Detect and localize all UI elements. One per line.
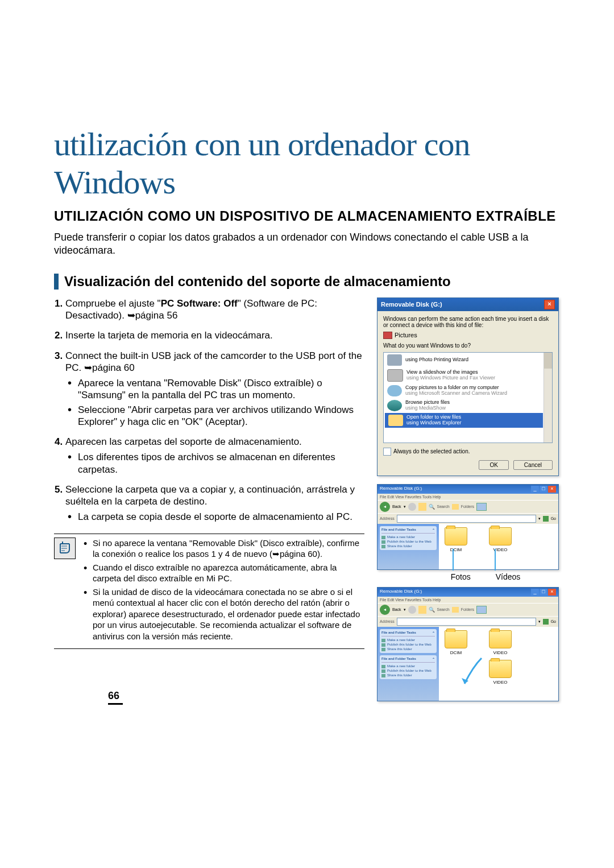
task-new-folder[interactable]: Make a new folder	[381, 535, 435, 539]
action-browse[interactable]: Browse picture filesusing MediaShow	[384, 398, 552, 413]
dcim-folder[interactable]: DCIM	[442, 527, 470, 566]
dcim-label: DCIM	[450, 547, 462, 552]
explorer-content: DCIM VIDEO VIDEO	[439, 627, 558, 701]
folder-icon	[489, 630, 512, 648]
folders-icon[interactable]	[452, 504, 459, 510]
search-label: Search	[437, 607, 450, 611]
folder-icon	[489, 660, 512, 678]
maximize-icon[interactable]: □	[540, 589, 547, 596]
panel-collapse-icon[interactable]: ⌃	[432, 657, 435, 661]
task-share-2[interactable]: Share this folder	[381, 673, 435, 677]
action-slideshow-sub: using Windows Picture and Fax Viewer	[406, 375, 495, 381]
close-icon[interactable]: ×	[548, 486, 556, 493]
views-icon[interactable]	[476, 606, 487, 614]
maximize-icon[interactable]: □	[540, 486, 547, 493]
forward-icon[interactable]	[408, 503, 416, 511]
video-label: VIDEO	[493, 650, 508, 655]
callout-videos: Vídeos	[496, 572, 521, 581]
intro-paragraph: Puede transferir o copiar los datos grab…	[54, 231, 560, 258]
video-folder[interactable]: VIDEO	[487, 527, 514, 566]
page-title: utilización con un ordenador con Windows	[54, 125, 560, 201]
explorer1-title: Removable Disk (G:)	[380, 486, 422, 493]
go-icon[interactable]	[543, 516, 549, 522]
address-bar[interactable]	[397, 515, 536, 523]
search-icon[interactable]: 🔍	[429, 504, 435, 510]
go-icon[interactable]	[543, 619, 549, 625]
instructions-column: Compruebe el ajuste "PC Software: Off" (…	[54, 297, 364, 701]
task-publish[interactable]: Publish this folder to the Web	[381, 539, 435, 544]
action-copy[interactable]: Copy pictures to a folder on my computer…	[384, 383, 552, 398]
panel-collapse-icon[interactable]: ⌃	[432, 528, 435, 532]
always-checkbox[interactable]	[383, 448, 391, 456]
explorer2-title: Removable Disk (G:)	[380, 589, 422, 596]
folders-label: Folders	[461, 607, 474, 611]
cancel-button[interactable]: Cancel	[513, 460, 553, 470]
task-share[interactable]: Share this folder	[381, 647, 435, 651]
back-icon[interactable]: ◄	[380, 605, 390, 615]
step-3: Connect the built-in USB jack of the cam…	[65, 350, 364, 428]
search-icon[interactable]: 🔍	[429, 607, 435, 613]
panel-heading: File and Folder Tasks	[381, 631, 416, 635]
up-icon[interactable]	[418, 606, 426, 614]
folders-icon[interactable]	[452, 607, 459, 613]
dcim-folder[interactable]: DCIM	[442, 630, 470, 655]
step4-text: Aparecen las carpetas del soporte de alm…	[65, 436, 302, 447]
step-1: Compruebe el ajuste "PC Software: Off" (…	[65, 297, 364, 322]
task-publish[interactable]: Publish this folder to the Web	[381, 642, 435, 647]
panel-heading: File and Folder Tasks	[381, 528, 416, 532]
dialog-prompt: What do you want Windows to do?	[383, 342, 553, 349]
note-3: Si la unidad de disco de la videocámara …	[84, 586, 364, 642]
step1-bold: PC Software: Off	[161, 298, 238, 309]
close-icon[interactable]: ×	[544, 300, 555, 309]
callout-line-videos	[495, 549, 496, 571]
views-icon[interactable]	[476, 503, 487, 511]
task-publish-2[interactable]: Publish this folder to the Web	[381, 668, 435, 673]
explorer-menubar[interactable]: File Edit View Favorites Tools Help	[377, 597, 558, 603]
minimize-icon[interactable]: _	[531, 589, 539, 596]
address-label: Address	[380, 619, 395, 623]
explorer-sidebar: File and Folder Tasks⌃ Make a new folder…	[377, 524, 439, 569]
up-icon[interactable]	[418, 503, 426, 511]
dcim-label: DCIM	[450, 650, 462, 655]
removable-disk-dialog: Removable Disk (G:) × Windows can perfor…	[377, 297, 559, 476]
explorer-sidebar: File and Folder Tasks⌃ Make a new folder…	[377, 627, 439, 701]
action-open-folder[interactable]: Open folder to view filesusing Windows E…	[385, 413, 543, 428]
task-new-folder-2[interactable]: Make a new folder	[381, 664, 435, 668]
step-5: Seleccione la carpeta que va a copiar y,…	[65, 483, 364, 523]
action-list[interactable]: using Photo Printing Wizard View a slide…	[383, 352, 553, 443]
task-share[interactable]: Share this folder	[381, 544, 435, 548]
ok-button[interactable]: OK	[479, 460, 508, 470]
action-slideshow[interactable]: View a slideshow of the imagesusing Wind…	[384, 367, 552, 383]
video-folder-drag[interactable]: VIDEO	[487, 660, 514, 685]
folders-label: Folders	[461, 505, 474, 509]
forward-icon[interactable]	[408, 606, 416, 614]
close-icon[interactable]: ×	[548, 589, 556, 596]
scrollbar[interactable]	[544, 353, 552, 443]
notes-box: Si no aparece la ventana "Removable Disk…	[54, 534, 364, 650]
always-label: Always do the selected action.	[393, 448, 470, 454]
step5-text: Seleccione la carpeta que va a copiar y,…	[65, 484, 355, 507]
action-browse-sub: using MediaShow	[405, 405, 446, 411]
note-icon	[54, 538, 76, 559]
explorer-toolbar: ◄ Back ▾ 🔍 Search Folders	[377, 603, 558, 616]
panel-collapse-icon[interactable]: ⌃	[432, 631, 435, 635]
explorer-menubar[interactable]: File Edit View Favorites Tools Help	[377, 494, 558, 500]
action-browse-label: Browse picture files	[405, 399, 450, 405]
back-label: Back	[392, 607, 401, 611]
mediashow-icon	[387, 400, 402, 411]
dialog-intro: Windows can perform the same action each…	[383, 316, 553, 328]
explorer-content: DCIM VIDEO	[439, 524, 558, 569]
subsection-heading: Visualización del contenido del soporte …	[54, 274, 560, 290]
video-folder[interactable]: VIDEO	[487, 630, 514, 655]
step3-bullet-1: Aparece la ventana "Removable Disk" (Dis…	[78, 377, 364, 402]
back-icon[interactable]: ◄	[380, 502, 390, 512]
note-1: Si no aparece la ventana "Removable Disk…	[84, 538, 364, 560]
minimize-icon[interactable]: _	[531, 486, 539, 493]
action-print[interactable]: using Photo Printing Wizard	[384, 353, 552, 367]
note-2: Cuando el disco extraíble no aparezca au…	[84, 562, 364, 584]
go-label: Go	[551, 619, 556, 623]
task-new-folder[interactable]: Make a new folder	[381, 638, 435, 642]
step4-bullet-1: Los diferentes tipos de archivos se alma…	[78, 451, 364, 476]
address-bar[interactable]	[397, 618, 536, 626]
step3-text: Connect the built-in USB jack of the cam…	[65, 350, 362, 373]
